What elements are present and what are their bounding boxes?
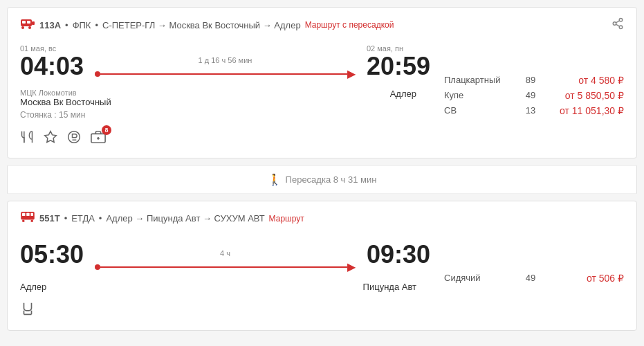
separator-dot2: • [95,20,98,30]
line-container-2: ▶ [95,260,356,273]
departure-block-1: 01 мая, вс 04:03 [20,44,84,79]
departure-station-name-2: Адлер [20,282,46,292]
departure-date-1: 01 мая, вс [20,44,84,53]
train-route-text: С-ПЕТЕР-ГЛ → Москва Вк Восточный → Адлер [102,20,301,30]
journey-left-1: 01 мая, вс 04:03 1 д 16 ч 56 мин ▶ 02 ма… [20,42,430,148]
ticket-count-2: 49 [520,90,541,100]
station-sub-1: МЦК Локомотив [20,89,111,97]
restaurant-icon [20,130,34,147]
train-number: 113А [39,20,61,30]
svg-rect-4 [22,21,26,24]
ticket-type-name-1: Плацкартный [444,75,506,85]
favorite-icon [44,130,57,147]
seat-icon [20,302,35,320]
svg-rect-5 [27,21,30,24]
svg-rect-17 [22,213,25,216]
ticket-types-1: Плацкартный 89 от 4 580 ₽ Купе 49 от 5 8… [430,75,624,116]
ticket-types-2: Сидячий 49 от 506 ₽ [430,273,624,284]
svg-line-10 [616,21,619,23]
duration-text-2: 4 ч [220,249,230,257]
journey-row-1: 01 мая, вс 04:03 1 д 16 ч 56 мин ▶ 02 ма… [20,42,624,148]
service-icons-1: 8 [20,129,430,148]
arrival-station-name-1: Адлер [390,89,416,99]
ticket-count-bus-1: 49 [520,273,541,283]
svg-point-8 [619,26,623,29]
svg-point-6 [619,19,623,22]
route-header-1: 113А • ФПК • С-ПЕТЕР-ГЛ → Москва Вк Вост… [20,17,624,33]
bus-icon [20,211,35,226]
route-header-left-1: 113А • ФПК • С-ПЕТЕР-ГЛ → Москва Вк Вост… [20,18,394,33]
ticket-type-name-3: СВ [444,105,506,116]
arrival-time-2: 09:30 [367,242,430,267]
svg-point-21 [30,219,33,222]
svg-rect-1 [32,21,35,25]
route-header-2: 551Т • ЕТДА • Адлер → Пицунда Авт → СУХУ… [20,211,624,226]
arrival-station-1: Адлер [390,89,416,107]
start-dot-1 [95,71,100,77]
svg-line-9 [616,24,619,26]
share-button[interactable] [611,17,624,33]
ticket-type-name-bus-1: Сидячий [444,273,506,283]
arrival-time-1: 20:59 [367,54,430,79]
journey-timing-1: 01 мая, вс 04:03 1 д 16 ч 56 мин ▶ 02 ма… [20,42,430,80]
svg-rect-18 [26,213,29,216]
duration-line-1: 1 д 16 ч 56 мин ▶ [95,56,356,80]
svg-point-12 [68,131,80,143]
departure-time-1: 04:03 [20,54,84,79]
stopover-1: Стоянка : 15 мин [20,110,430,120]
route-header-left-2: 551Т • ЕТДА • Адлер → Пицунда Авт → СУХУ… [20,211,304,226]
ticket-row-sv: СВ 13 от 11 051,30 ₽ [430,105,624,116]
ticket-count-1: 89 [520,75,541,85]
ticket-price-1: от 4 580 ₽ [555,75,624,86]
separator-dot: • [65,20,68,30]
arrival-station-2: Пицунда Авт [363,282,416,292]
arrival-station-name-2: Пицунда Авт [363,282,416,292]
journey-line-2 [100,266,347,268]
svg-rect-19 [30,213,33,216]
departure-station-1: МЦК Локомотив Москва Вк Восточный [20,89,111,107]
ticket-row-kupe: Купе 49 от 5 850,50 ₽ [430,90,624,101]
journey-timing-2: 05:30 4 ч ▶ 09:30 [20,235,430,273]
route-badge-2: Маршрут [269,214,304,224]
train-operator: ФПК [73,20,91,30]
departure-block-2: 05:30 [20,242,84,267]
arrival-block-1: 02 мая, пн 20:59 [367,44,430,79]
ticket-row-sidyachiy: Сидячий 49 от 506 ₽ [430,273,624,284]
journey-line-1 [100,73,347,75]
line-container-1: ▶ [95,67,356,80]
arrival-date-1: 02 мая, пн [367,44,430,53]
arrow-right-1: ▶ [347,67,356,80]
ticket-price-3: от 11 051,30 ₽ [555,105,624,116]
transfer-text: Пересадка 8 ч 31 мин [286,174,377,185]
journey-left-2: 05:30 4 ч ▶ 09:30 Адлер [20,235,430,320]
svg-point-20 [22,219,25,222]
duration-text-1: 1 д 16 ч 56 мин [199,56,252,64]
arrival-block-2: 09:30 [367,242,430,267]
service-icons-2 [20,302,430,320]
duration-line-2: 4 ч ▶ [95,249,356,273]
svg-point-3 [28,26,31,29]
baggage-icon: 8 [91,129,106,148]
ticket-row-plackart: Плацкартный 89 от 4 580 ₽ [430,75,624,86]
journey-row-2: 05:30 4 ч ▶ 09:30 Адлер [20,235,624,320]
arrow-right-2: ▶ [347,260,356,273]
walk-icon: 🚶 [268,173,282,186]
ticket-price-bus-1: от 506 ₽ [555,273,624,284]
ruble-icon [67,130,81,147]
start-dot-2 [95,264,100,270]
train-icon [20,18,35,33]
departure-time-2: 05:30 [20,242,84,267]
departure-station-2: Адлер [20,282,46,292]
route-badge-1: Маршрут с пересадкой [305,20,394,30]
svg-marker-11 [45,131,57,143]
bus-operator: ЕТДА [71,213,95,224]
departure-station-name-1: Москва Вк Восточный [20,97,111,107]
ticket-count-3: 13 [520,105,541,116]
svg-point-2 [21,26,24,29]
ticket-price-2: от 5 850,50 ₽ [555,90,624,101]
bus-route-text: Адлер → Пицунда Авт → СУХУМ АВТ [106,213,264,224]
ticket-type-name-2: Купе [444,90,506,100]
transfer-bar: 🚶 Пересадка 8 ч 31 мин [7,165,637,194]
train-card: 113А • ФПК • С-ПЕТЕР-ГЛ → Москва Вк Вост… [7,7,637,158]
baggage-badge: 8 [102,125,111,135]
